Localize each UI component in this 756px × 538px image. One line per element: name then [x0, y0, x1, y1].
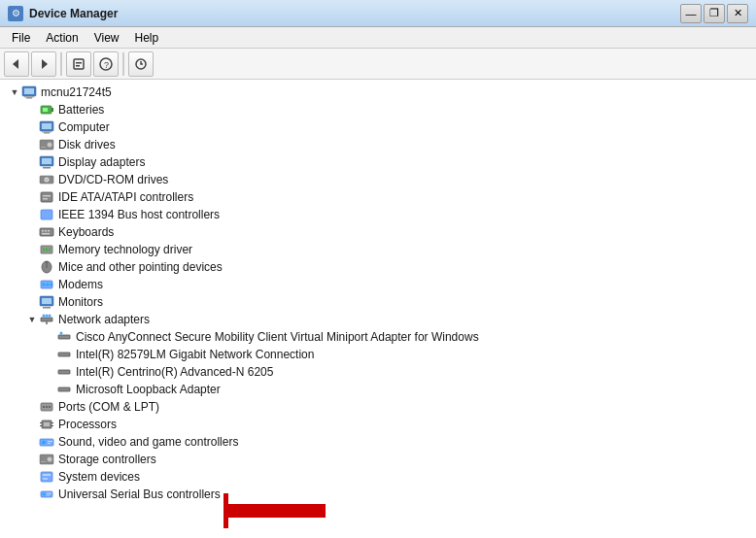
tree-item[interactable]: Ports (COM & LPT)	[0, 398, 756, 416]
tree-item[interactable]: Monitors	[0, 293, 756, 311]
svg-point-47	[51, 284, 53, 286]
svg-rect-11	[24, 96, 34, 98]
svg-point-63	[46, 406, 48, 408]
tree-item[interactable]: IEEE 1394 Bus host controllers	[0, 206, 756, 223]
device-icon	[39, 487, 54, 502]
tree-item[interactable]: Cisco AnyConnect Secure Mobility Client …	[0, 328, 756, 346]
expand-icon	[25, 190, 39, 204]
device-icon	[39, 172, 54, 187]
menu-help[interactable]: Help	[127, 29, 167, 47]
computer-icon	[21, 84, 37, 100]
toolbar-separator-2	[122, 52, 124, 76]
svg-rect-16	[42, 123, 52, 129]
tree-item[interactable]: Sound, video and game controllers	[0, 433, 756, 451]
svg-rect-69	[52, 422, 53, 423]
tree-item[interactable]: Storage controllers	[0, 451, 756, 468]
svg-rect-24	[43, 167, 51, 169]
expand-icon	[25, 138, 39, 151]
expand-icon[interactable]: ▼	[25, 313, 39, 326]
device-icon	[56, 364, 72, 380]
svg-rect-67	[40, 422, 42, 423]
scan-button[interactable]	[128, 51, 154, 77]
tree-item[interactable]: Disk drives	[0, 136, 756, 153]
device-icon	[39, 102, 54, 118]
svg-point-72	[42, 441, 46, 445]
properties-button[interactable]	[66, 51, 91, 77]
expand-icon	[25, 120, 39, 134]
device-icon	[56, 347, 72, 362]
tree-item[interactable]: Mice and other pointing devices	[0, 258, 756, 276]
expand-icon	[25, 418, 39, 431]
item-label: Modems	[58, 278, 103, 291]
svg-point-57	[60, 332, 63, 335]
svg-point-53	[46, 315, 49, 318]
svg-rect-4	[76, 65, 80, 67]
svg-point-52	[43, 315, 46, 318]
toolbar-separator-1	[60, 52, 62, 76]
back-button[interactable]	[4, 51, 29, 77]
root-label: mcnu21724t5	[41, 85, 112, 99]
tree-item[interactable]: Universal Serial Bus controllers	[0, 486, 756, 503]
tree-item[interactable]: Computer	[0, 118, 756, 136]
tree-item[interactable]: Keyboards	[0, 223, 756, 241]
tree-item[interactable]: Memory technology driver	[0, 241, 756, 258]
item-label: Sound, video and game controllers	[58, 435, 238, 449]
item-label: Processors	[58, 418, 117, 431]
tree-item[interactable]: DVD/CD-ROM drives	[0, 171, 756, 188]
tree-item[interactable]: Batteries	[0, 101, 756, 118]
svg-point-45	[43, 284, 46, 286]
item-label: Computer	[58, 120, 110, 134]
svg-rect-58	[58, 353, 70, 356]
tree-item[interactable]: ▼ Network adapters	[0, 311, 756, 328]
item-label: Monitors	[58, 295, 103, 309]
item-label: IDE ATA/ATAPI controllers	[58, 190, 193, 204]
tree-item[interactable]: IDE ATA/ATAPI controllers	[0, 188, 756, 206]
device-icon	[39, 452, 54, 467]
svg-rect-3	[76, 62, 82, 64]
svg-rect-35	[48, 230, 50, 232]
menu-view[interactable]: View	[86, 29, 127, 47]
svg-point-64	[49, 406, 51, 408]
tree-root[interactable]: ▼ mcnu21724t5	[0, 84, 756, 101]
svg-rect-14	[43, 108, 48, 112]
device-tree[interactable]: ▼ mcnu21724t5 Batteries Computer Disk d	[0, 80, 756, 538]
svg-rect-73	[48, 441, 52, 442]
menu-file[interactable]: File	[4, 29, 38, 47]
svg-rect-2	[74, 59, 84, 69]
menu-action[interactable]: Action	[38, 29, 86, 47]
help-button[interactable]: ?	[93, 51, 119, 77]
tree-item[interactable]: Microsoft Loopback Adapter	[0, 381, 756, 398]
title-bar: ⚙ Device Manager — ❐ ✕	[0, 0, 756, 27]
item-label: DVD/CD-ROM drives	[58, 173, 168, 186]
forward-button[interactable]	[31, 51, 56, 77]
tree-item[interactable]: System devices	[0, 468, 756, 486]
svg-marker-1	[42, 59, 48, 69]
svg-rect-56	[58, 335, 70, 339]
minimize-button[interactable]: —	[680, 4, 702, 23]
svg-rect-68	[40, 425, 42, 426]
tree-item[interactable]: Intel(R) 82579LM Gigabit Network Connect…	[0, 346, 756, 363]
item-label: Batteries	[58, 103, 104, 117]
expand-icon	[43, 365, 56, 379]
tree-item[interactable]: Intel(R) Centrino(R) Advanced-N 6205	[0, 363, 756, 381]
svg-point-43	[46, 261, 48, 263]
svg-rect-21	[41, 147, 46, 148]
expand-icon	[25, 453, 39, 466]
tree-item[interactable]: Processors	[0, 416, 756, 433]
svg-rect-28	[41, 192, 52, 202]
device-icon	[39, 154, 54, 170]
tree-item[interactable]: Modems	[0, 276, 756, 293]
expand-icon	[25, 243, 39, 256]
svg-rect-32	[40, 228, 53, 236]
close-button[interactable]: ✕	[727, 4, 748, 23]
window-controls: — ❐ ✕	[680, 4, 748, 23]
item-label: Keyboards	[58, 225, 114, 239]
tree-item[interactable]: Display adapters	[0, 153, 756, 171]
item-label: Display adapters	[58, 155, 145, 169]
svg-marker-0	[13, 59, 18, 69]
expand-icon	[25, 278, 39, 291]
expand-icon	[25, 155, 39, 169]
restore-button[interactable]: ❐	[704, 4, 725, 23]
svg-rect-40	[49, 248, 51, 252]
expand-icon	[25, 488, 39, 501]
